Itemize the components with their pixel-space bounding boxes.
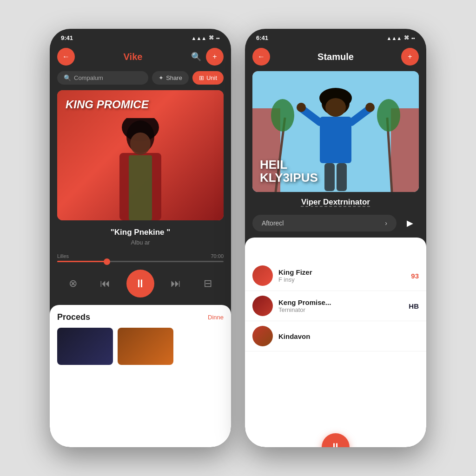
album-art2-bg: HEIL KLY3IPUS bbox=[252, 71, 419, 192]
avatar-img-2 bbox=[252, 296, 273, 316]
action-pill-label: Aftorecl bbox=[262, 219, 284, 227]
header-actions-1: 🔍 + bbox=[191, 48, 224, 66]
album-art-2: HEIL KLY3IPUS bbox=[252, 71, 419, 192]
header-1: ← Vike 🔍 + bbox=[50, 44, 231, 71]
menu-button[interactable]: ⊟ bbox=[198, 273, 218, 294]
pause-btn-floating[interactable]: ⏸ bbox=[322, 433, 350, 447]
search-icon-sm: 🔍 bbox=[64, 74, 71, 81]
wifi-icon: ⌘ bbox=[209, 35, 214, 41]
phone-1: 9:41 ▲▲▲ ⌘ ▪▪ ← Vike 🔍 + 🔍 Compalum ✦ bbox=[50, 29, 231, 447]
bottom-panel-title: Proceds bbox=[57, 312, 90, 322]
unit-button[interactable]: ⊞ Unit bbox=[192, 71, 224, 85]
list-info-3: Kindavon bbox=[278, 332, 413, 340]
list-item-2[interactable]: Keng Promise... Terninator HB bbox=[245, 291, 426, 321]
svg-point-4 bbox=[130, 132, 151, 155]
svg-rect-15 bbox=[320, 117, 351, 163]
track-info: "King Pnekine " Albu ar bbox=[50, 220, 231, 250]
add-button-1[interactable]: + bbox=[206, 48, 224, 66]
screenshot-container: 9:41 ▲▲▲ ⌘ ▪▪ ← Vike 🔍 + 🔍 Compalum ✦ bbox=[0, 0, 476, 476]
action-pill[interactable]: Aftorecl › bbox=[252, 215, 397, 231]
app-title-1: Vike bbox=[124, 52, 143, 62]
avatar-img-3 bbox=[252, 326, 273, 346]
track-album: Albu ar bbox=[57, 239, 224, 246]
action-row: Aftorecl › ▶ bbox=[245, 211, 426, 238]
time-1: 9:41 bbox=[61, 34, 73, 41]
person-figure bbox=[103, 118, 178, 220]
list-title-3: Kindavon bbox=[278, 332, 413, 340]
progress-labels: Lilles 70:00 bbox=[57, 253, 224, 259]
track-name: "King Pnekine " bbox=[57, 228, 224, 237]
share-button[interactable]: ✦ Share bbox=[152, 71, 189, 85]
signal-icon-2: ▲▲▲ bbox=[387, 35, 402, 41]
pause-button[interactable]: ⏸ bbox=[126, 270, 154, 298]
thumbnails-row bbox=[57, 328, 224, 365]
search-input[interactable]: 🔍 Compalum bbox=[57, 71, 148, 85]
album-title-line2: KLY3IPUS bbox=[260, 171, 411, 185]
artist-info: Viper Dextrninator bbox=[245, 192, 426, 211]
time-2: 6:41 bbox=[256, 34, 268, 41]
play-button-2[interactable]: ▶ bbox=[401, 214, 419, 232]
svg-point-9 bbox=[271, 99, 294, 132]
list-title-1: King Fizer bbox=[278, 268, 405, 276]
list-item-3[interactable]: Kindavon bbox=[245, 321, 426, 351]
progress-thumb[interactable] bbox=[104, 258, 110, 265]
status-bar-1: 9:41 ▲▲▲ ⌘ ▪▪ bbox=[50, 29, 231, 44]
battery-icon-2: ▪▪ bbox=[411, 35, 415, 41]
progress-bar-row: Lilles 70:00 bbox=[50, 250, 231, 266]
svg-rect-3 bbox=[129, 155, 152, 220]
progress-start: Lilles bbox=[57, 253, 69, 259]
list-title-2: Keng Promise... bbox=[278, 298, 403, 306]
avatar-2 bbox=[252, 296, 273, 316]
list-panel: ⏸ King Fizer F insy 93 Keng Promise... bbox=[245, 238, 426, 447]
previous-button[interactable]: ⏮ bbox=[95, 273, 115, 294]
list-badge-2: HB bbox=[409, 302, 419, 310]
list-badge-1: 93 bbox=[411, 272, 419, 280]
add-button-2[interactable]: + bbox=[401, 48, 419, 66]
next-button[interactable]: ⏭ bbox=[165, 273, 186, 294]
unit-icon: ⊞ bbox=[199, 74, 204, 81]
svg-point-18 bbox=[297, 103, 306, 112]
artist-name: Viper Dextrninator bbox=[301, 198, 370, 206]
list-item-1[interactable]: King Fizer F insy 93 bbox=[245, 261, 426, 291]
app-title-2: Stamule bbox=[317, 52, 354, 62]
progress-fill bbox=[57, 261, 107, 262]
status-icons-2: ▲▲▲ ⌘ ▪▪ bbox=[387, 35, 415, 41]
list-info-1: King Fizer F insy bbox=[278, 268, 405, 283]
progress-end: 70:00 bbox=[211, 253, 224, 259]
album-art2-title: HEIL KLY3IPUS bbox=[260, 158, 411, 185]
battery-icon: ▪▪ bbox=[216, 35, 220, 41]
list-info-2: Keng Promise... Terninator bbox=[278, 298, 403, 313]
share-icon: ✦ bbox=[159, 74, 164, 81]
list-sub-1: F insy bbox=[278, 276, 405, 283]
back-button-1[interactable]: ← bbox=[57, 48, 75, 66]
svg-point-11 bbox=[377, 99, 400, 132]
toolbar-row: 🔍 Compalum ✦ Share ⊞ Unit bbox=[50, 71, 231, 90]
signal-icon: ▲▲▲ bbox=[192, 35, 207, 41]
status-icons-1: ▲▲▲ ⌘ ▪▪ bbox=[192, 35, 220, 41]
search-placeholder: Compalum bbox=[74, 74, 103, 81]
album-art-bg: KING PROMICE bbox=[57, 90, 224, 220]
avatar-3 bbox=[252, 326, 273, 346]
svg-point-14 bbox=[325, 98, 346, 117]
thumbnail-1[interactable] bbox=[57, 328, 113, 365]
album-art-1: KING PROMICE bbox=[57, 90, 224, 220]
bottom-panel-header: Proceds Dinne bbox=[57, 312, 224, 322]
progress-track[interactable] bbox=[57, 261, 224, 262]
bottom-panel-link[interactable]: Dinne bbox=[208, 314, 224, 321]
avatar-1 bbox=[252, 265, 273, 286]
thumbnail-2[interactable] bbox=[118, 328, 173, 365]
action-pill-arrow: › bbox=[385, 219, 387, 227]
back-button-2[interactable]: ← bbox=[252, 48, 270, 66]
status-bar-2: 6:41 ▲▲▲ ⌘ ▪▪ bbox=[245, 29, 426, 44]
album-title-line1: HEIL bbox=[260, 158, 411, 172]
list-sub-2: Terninator bbox=[278, 306, 403, 313]
playback-controls: ⊗ ⏮ ⏸ ⏭ ⊟ bbox=[50, 266, 231, 305]
share-label: Share bbox=[166, 74, 182, 81]
bottom-panel: Proceds Dinne bbox=[50, 305, 231, 447]
phone-2: 6:41 ▲▲▲ ⌘ ▪▪ ← Stamule + bbox=[245, 29, 426, 447]
close-button[interactable]: ⊗ bbox=[63, 273, 83, 294]
search-icon-1[interactable]: 🔍 bbox=[191, 52, 201, 62]
unit-label: Unit bbox=[206, 74, 217, 81]
header-2: ← Stamule + bbox=[245, 44, 426, 71]
svg-point-19 bbox=[365, 103, 375, 112]
